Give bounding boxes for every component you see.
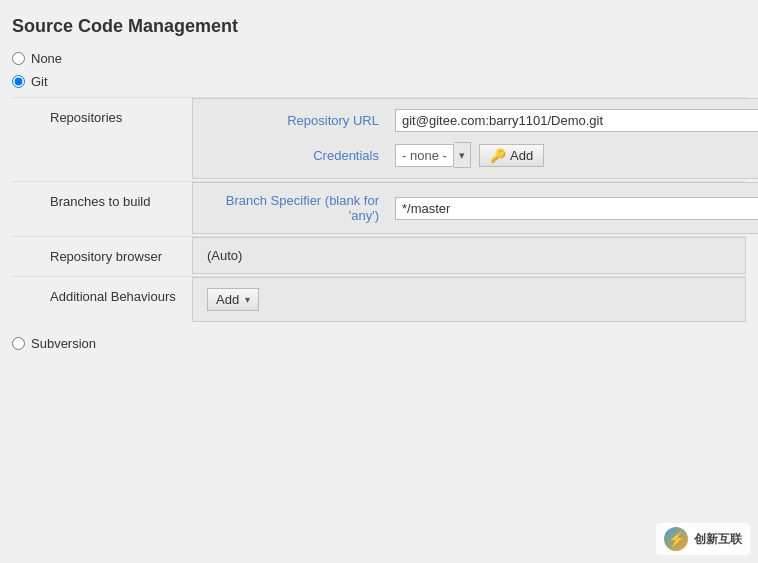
- git-label[interactable]: Git: [31, 74, 48, 89]
- additional-behaviours-content: Add ▾: [192, 277, 746, 322]
- branches-content: Branch Specifier (blank for 'any'): [192, 182, 758, 234]
- credentials-select[interactable]: - none -: [395, 144, 454, 167]
- none-radio[interactable]: [12, 52, 25, 65]
- branch-specifier-label: Branch Specifier (blank for 'any'): [207, 193, 387, 223]
- git-radio-row: Git: [12, 74, 746, 89]
- repo-browser-value: (Auto): [207, 248, 731, 263]
- subversion-label[interactable]: Subversion: [31, 336, 96, 351]
- credentials-dropdown-btn[interactable]: ▾: [454, 142, 471, 168]
- key-icon: 🔑: [490, 148, 506, 163]
- none-label[interactable]: None: [31, 51, 62, 66]
- credentials-select-wrap: - none - ▾: [395, 142, 471, 168]
- page: Source Code Management None Git Reposito…: [0, 0, 758, 563]
- git-settings: Repositories Repository URL Credentials …: [12, 97, 746, 324]
- branches-section: Branches to build Branch Specifier (blan…: [12, 181, 746, 236]
- add-behaviour-button[interactable]: Add ▾: [207, 288, 259, 311]
- page-title: Source Code Management: [12, 16, 746, 37]
- subversion-radio[interactable]: [12, 337, 25, 350]
- watermark-icon: ⚡: [664, 527, 688, 551]
- repo-url-input[interactable]: [395, 109, 758, 132]
- watermark: ⚡ 创新互联: [656, 523, 750, 555]
- credentials-add-label: Add: [510, 148, 533, 163]
- watermark-text: 创新互联: [694, 531, 742, 548]
- subversion-radio-row: Subversion: [12, 336, 746, 351]
- repo-browser-label: Repository browser: [12, 237, 192, 276]
- git-radio[interactable]: [12, 75, 25, 88]
- dropdown-caret-icon: ▾: [245, 294, 250, 305]
- repo-url-row: Repository URL: [207, 109, 758, 132]
- add-behaviour-label: Add: [216, 292, 239, 307]
- repositories-label: Repositories: [12, 98, 192, 181]
- none-radio-row: None: [12, 51, 746, 66]
- credentials-label: Credentials: [207, 148, 387, 163]
- repo-url-label: Repository URL: [207, 113, 387, 128]
- branch-specifier-input[interactable]: [395, 197, 758, 220]
- repositories-content: Repository URL Credentials - none - ▾ 🔑 …: [192, 98, 758, 179]
- branch-specifier-row: Branch Specifier (blank for 'any'): [207, 193, 758, 223]
- repositories-section: Repositories Repository URL Credentials …: [12, 98, 746, 181]
- additional-behaviours-label: Additional Behaviours: [12, 277, 192, 324]
- credentials-row: Credentials - none - ▾ 🔑 Add: [207, 142, 758, 168]
- credentials-add-button[interactable]: 🔑 Add: [479, 144, 544, 167]
- repo-browser-section: Repository browser (Auto): [12, 236, 746, 276]
- branches-label: Branches to build: [12, 182, 192, 236]
- repo-browser-content: (Auto): [192, 237, 746, 274]
- additional-behaviours-section: Additional Behaviours Add ▾: [12, 276, 746, 324]
